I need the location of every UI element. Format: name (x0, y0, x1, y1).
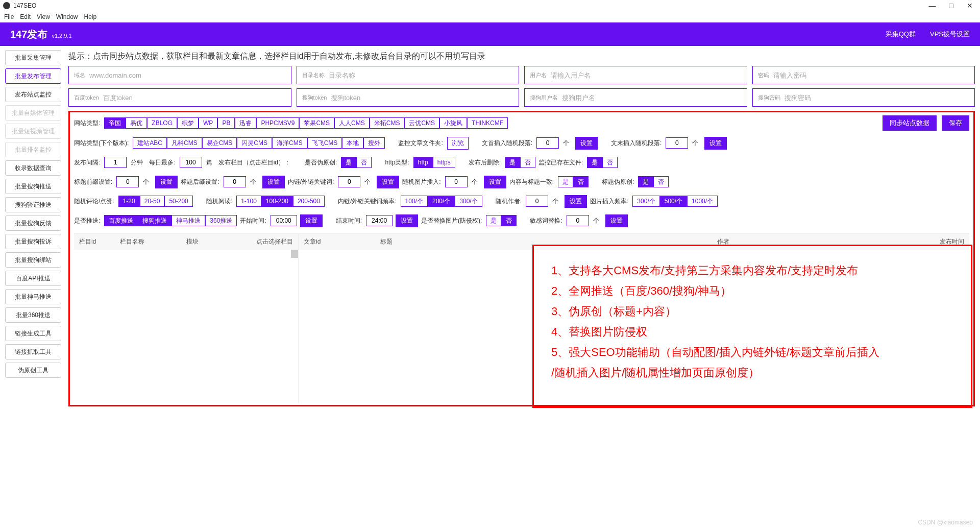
http-type-option[interactable]: https (433, 157, 455, 168)
site-type-option[interactable]: 帝国 (104, 117, 126, 129)
sens-input[interactable] (567, 215, 589, 226)
link-freq-option[interactable]: 300/个 (455, 196, 482, 207)
site-type-option[interactable]: 苹果CMS (299, 117, 334, 129)
th-article-id[interactable]: 文章id (299, 237, 375, 246)
site-type-option[interactable]: 人人CMS (334, 117, 370, 129)
header-link-qq[interactable]: 采集QQ群 (886, 30, 916, 39)
sidebar-item-8[interactable]: 搜狗验证推送 (5, 197, 61, 212)
push-option[interactable]: 百度推送 (104, 215, 138, 226)
link-kw-input[interactable] (338, 176, 360, 187)
site-type-next-option[interactable]: 搜外 (363, 137, 385, 149)
rand-comment-option[interactable]: 1-20 (118, 196, 140, 207)
rand-author-set[interactable]: 设置 (565, 195, 587, 208)
site-type-option[interactable]: PHPCMSV9 (256, 117, 299, 129)
site-type-option[interactable]: 云优CMS (404, 117, 439, 129)
end-time-input[interactable] (366, 215, 393, 226)
scrollbar-thumb[interactable] (291, 250, 298, 258)
rand-read-option[interactable]: 1-100 (236, 196, 261, 207)
site-type-next-option[interactable]: 闪灵CMS (237, 137, 272, 149)
sidebar-item-2[interactable]: 发布站点监控 (5, 87, 61, 102)
push-option[interactable]: 搜狗推送 (138, 215, 172, 226)
sidebar-item-13[interactable]: 批量神马推送 (5, 289, 61, 304)
site-type-option[interactable]: 迅睿 (235, 117, 256, 129)
link-freq-option[interactable]: 200/个 (428, 196, 455, 207)
rand-img-set[interactable]: 设置 (484, 176, 506, 188)
menu-help[interactable]: Help (84, 13, 97, 20)
maximize-button[interactable]: □ (949, 2, 953, 10)
sens-set[interactable]: 设置 (605, 214, 628, 227)
monitor-exist-option[interactable]: 是 (587, 157, 602, 168)
http-type-option[interactable]: http (413, 157, 433, 168)
sidebar-item-17[interactable]: 伪原创工具 (5, 363, 61, 378)
sidebar-item-14[interactable]: 批量360推送 (5, 307, 61, 323)
text-input[interactable] (785, 94, 970, 102)
start-time-set[interactable]: 设置 (300, 214, 323, 227)
text-input[interactable] (103, 94, 286, 102)
sidebar-item-12[interactable]: 百度API推送 (5, 271, 61, 286)
menu-view[interactable]: View (37, 13, 50, 20)
th-col-id[interactable]: 栏目id (74, 237, 115, 246)
save-button[interactable]: 保存 (942, 115, 969, 131)
title-pre-input[interactable] (116, 176, 139, 187)
rand-author-input[interactable] (526, 196, 548, 207)
th-module[interactable]: 模块 (181, 237, 237, 246)
browse-button[interactable]: 浏览 (447, 137, 469, 150)
text-input[interactable] (551, 71, 742, 79)
menu-file[interactable]: File (4, 13, 14, 20)
site-type-option[interactable]: WP (199, 117, 217, 129)
site-type-next-option[interactable]: 易企CMS (202, 137, 237, 149)
content-title-option[interactable]: 否 (573, 176, 589, 187)
replace-img-option[interactable]: 是 (486, 215, 501, 226)
minimize-button[interactable]: — (929, 2, 936, 10)
rand-img-input[interactable] (445, 176, 468, 187)
site-type-next-option[interactable]: 海洋CMS (272, 137, 307, 149)
sync-button[interactable]: 同步站点数据 (883, 115, 937, 131)
title-fake-option[interactable]: 是 (638, 176, 653, 187)
rand-read-option[interactable]: 200-500 (293, 196, 325, 207)
sidebar-item-15[interactable]: 链接生成工具 (5, 326, 61, 341)
monitor-exist-option[interactable]: 否 (602, 157, 618, 168)
text-input[interactable] (562, 94, 742, 102)
fake-orig-option[interactable]: 是 (341, 157, 356, 168)
del-after-option[interactable]: 否 (520, 157, 535, 168)
tail-rand-input[interactable] (666, 137, 688, 149)
text-input[interactable] (89, 71, 286, 79)
text-input[interactable] (329, 71, 514, 79)
table-left-body[interactable] (74, 250, 298, 403)
th-title[interactable]: 标题 (375, 237, 528, 246)
close-button[interactable]: ✕ (967, 2, 973, 10)
head-rand-input[interactable] (536, 137, 559, 149)
rand-comment-option[interactable]: 20-50 (140, 196, 165, 207)
sidebar-item-16[interactable]: 链接抓取工具 (5, 344, 61, 359)
text-input[interactable] (331, 94, 513, 102)
head-rand-set[interactable]: 设置 (575, 137, 598, 150)
title-suf-set[interactable]: 设置 (262, 176, 285, 188)
site-type-option[interactable]: 米拓CMS (370, 117, 405, 129)
title-pre-set[interactable]: 设置 (155, 176, 178, 188)
th-col-name[interactable]: 栏目名称 (115, 237, 181, 246)
sidebar-item-10[interactable]: 批量搜狗投诉 (5, 234, 61, 249)
table-right-body[interactable]: 1、支持各大CMS发布/支持第三方采集内容发布/支持定时发布 2、全网推送（百度… (299, 250, 969, 403)
site-type-option[interactable]: 织梦 (177, 117, 199, 129)
rand-comment-option[interactable]: 50-200 (164, 196, 192, 207)
sidebar-item-6[interactable]: 收录数据查询 (5, 160, 61, 176)
rand-read-option[interactable]: 100-200 (261, 196, 293, 207)
title-suf-input[interactable] (224, 176, 246, 187)
start-time-input[interactable] (271, 215, 297, 226)
push-option[interactable]: 360推送 (205, 215, 237, 226)
site-type-option[interactable]: 易优 (126, 117, 147, 129)
fake-orig-option[interactable]: 否 (356, 157, 372, 168)
sidebar-item-9[interactable]: 批量搜狗反馈 (5, 215, 61, 231)
del-after-option[interactable]: 是 (505, 157, 520, 168)
site-type-next-option[interactable]: 建站ABC (133, 137, 167, 149)
site-type-option[interactable]: THINKCMF (467, 117, 508, 129)
text-input[interactable] (773, 71, 970, 79)
site-type-next-option[interactable]: 凡科CMS (167, 137, 202, 149)
img-freq-option[interactable]: 300/个 (632, 196, 659, 207)
link-freq-option[interactable]: 100/个 (401, 196, 428, 207)
menu-edit[interactable]: Edit (20, 13, 31, 20)
site-type-option[interactable]: ZBLOG (147, 117, 177, 129)
daily-max-input[interactable] (180, 157, 202, 168)
site-type-next-option[interactable]: 本地 (342, 137, 363, 149)
push-option[interactable]: 神马推送 (172, 215, 205, 226)
